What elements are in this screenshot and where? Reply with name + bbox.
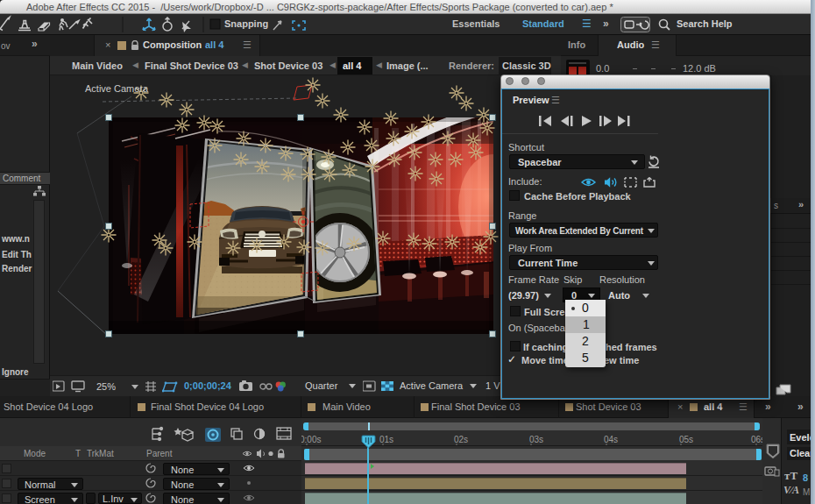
svg-text:01s: 01s <box>379 435 393 444</box>
svg-text:05s: 05s <box>679 435 693 444</box>
svg-text:0:00s: 0:00s <box>301 435 321 444</box>
svg-text:03s: 03s <box>529 435 543 444</box>
svg-text:04s: 04s <box>604 435 618 444</box>
svg-text:06s: 06s <box>751 435 762 444</box>
svg-text:25%: 25% <box>96 381 116 392</box>
svg-text:02s: 02s <box>454 435 468 444</box>
